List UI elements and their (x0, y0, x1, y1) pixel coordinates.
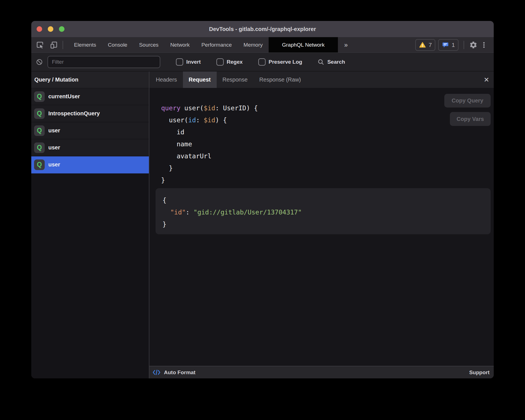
toolbar-left-icons (31, 37, 58, 52)
query-list-item[interactable]: QcurrentUser (31, 88, 149, 105)
checkbox-label: Invert (186, 59, 201, 65)
sidebar-header: Query / Mutation (31, 71, 149, 88)
message-count: 1 (452, 42, 455, 48)
close-panel-button[interactable]: ✕ (484, 71, 489, 88)
traffic-lights (37, 26, 65, 32)
tab-headers[interactable]: Headers (150, 71, 183, 88)
tool-tab-console[interactable]: Console (102, 37, 133, 52)
tab-request[interactable]: Request (183, 71, 217, 88)
query-list-item[interactable]: Quser (31, 156, 149, 173)
footer-bar: Auto Format Support (149, 366, 494, 378)
query-label: user (48, 161, 60, 168)
checkbox-box[interactable] (258, 58, 266, 66)
toolbar-right-divider (464, 41, 464, 49)
query-type-badge: Q (34, 91, 45, 102)
more-tabs-button[interactable]: » (338, 37, 354, 52)
desktop: DevTools - gitlab.com/-/graphql-explorer (0, 0, 525, 420)
filter-input[interactable] (47, 56, 160, 68)
tab-response[interactable]: Response (217, 71, 254, 88)
checkbox-preserve-log[interactable]: Preserve Log (258, 58, 302, 66)
support-link[interactable]: Support (469, 369, 490, 376)
checkbox-invert[interactable]: Invert (176, 58, 201, 66)
copy-vars-button[interactable]: Copy Vars (450, 112, 491, 126)
warnings-badge[interactable]: 7 (415, 39, 436, 51)
window-title: DevTools - gitlab.com/-/graphql-explorer (209, 26, 316, 32)
query-list: QcurrentUserQIntrospectionQueryQuserQuse… (31, 88, 149, 173)
variables-box: { "id": "gid://gitlab/User/13704317"} (156, 188, 491, 234)
query-list-item[interactable]: Quser (31, 139, 149, 156)
zoom-window-button[interactable] (59, 26, 65, 32)
auto-format-button[interactable]: Auto Format (164, 369, 195, 376)
inspect-element-icon[interactable] (36, 41, 44, 49)
main-content: Query / Mutation QcurrentUserQIntrospect… (31, 71, 494, 378)
detail-tabs: HeadersRequestResponseResponse (Raw) (150, 71, 307, 88)
close-window-button[interactable] (37, 26, 42, 32)
query-sidebar: Query / Mutation QcurrentUserQIntrospect… (31, 71, 149, 378)
auto-format-icon[interactable] (152, 369, 161, 376)
warning-icon (419, 41, 426, 49)
copy-query-button[interactable]: Copy Query (444, 94, 491, 108)
query-list-item[interactable]: QIntrospectionQuery (31, 105, 149, 122)
minimize-window-button[interactable] (48, 26, 53, 32)
query-label: IntrospectionQuery (48, 110, 100, 117)
query-code: query user($id: UserID) { user(id: $id) … (161, 102, 494, 186)
query-type-badge: Q (34, 142, 45, 153)
title-bar[interactable]: DevTools - gitlab.com/-/graphql-explorer (31, 21, 494, 37)
search-toggle[interactable]: Search (317, 58, 345, 66)
query-type-badge: Q (34, 159, 45, 170)
message-icon (442, 41, 449, 49)
toolbar-divider (63, 41, 63, 49)
devtools-toolbar: ElementsConsoleSourcesNetworkPerformance… (31, 37, 494, 53)
query-label: currentUser (48, 93, 80, 100)
variables-code: { "id": "gid://gitlab/User/13704317"} (163, 194, 491, 230)
block-icon[interactable] (36, 58, 43, 66)
query-label: user (48, 144, 60, 151)
query-type-badge: Q (34, 108, 45, 119)
query-list-item[interactable]: Quser (31, 122, 149, 139)
filter-checkboxes: InvertRegexPreserve Log (160, 58, 302, 66)
tab-response-raw[interactable]: Response (Raw) (254, 71, 307, 88)
checkbox-label: Regex (227, 59, 243, 65)
warning-count: 7 (429, 42, 432, 48)
issues-badge[interactable]: 1 (438, 39, 459, 51)
tool-tab-network[interactable]: Network (164, 37, 196, 52)
checkbox-box[interactable] (216, 58, 224, 66)
checkbox-label: Preserve Log (269, 59, 302, 65)
settings-gear-icon[interactable] (469, 41, 478, 49)
tool-tab-memory[interactable]: Memory (238, 37, 269, 52)
tool-tab-elements[interactable]: Elements (68, 37, 102, 52)
checkbox-regex[interactable]: Regex (216, 58, 243, 66)
tool-tab-graphql-network[interactable]: GraphQL Network (269, 37, 338, 52)
tool-tabs: ElementsConsoleSourcesNetworkPerformance… (68, 37, 338, 52)
checkbox-box[interactable] (176, 58, 183, 66)
tool-tab-sources[interactable]: Sources (133, 37, 164, 52)
search-icon (317, 58, 324, 66)
toolbar-right: 7 1 (415, 37, 494, 52)
request-pane: query user($id: UserID) { user(id: $id) … (149, 88, 494, 366)
tool-tab-performance[interactable]: Performance (195, 37, 238, 52)
query-label: user (48, 127, 60, 134)
query-type-badge: Q (34, 125, 45, 136)
device-toolbar-icon[interactable] (50, 41, 58, 49)
search-label: Search (327, 59, 345, 65)
more-options-icon[interactable] (480, 41, 488, 49)
filter-bar: InvertRegexPreserve Log Search (31, 53, 494, 71)
detail-tabs-bar: HeadersRequestResponseResponse (Raw) ✕ (149, 71, 494, 88)
detail-pane: HeadersRequestResponseResponse (Raw) ✕ q… (149, 71, 494, 378)
devtools-window: DevTools - gitlab.com/-/graphql-explorer (31, 21, 494, 378)
